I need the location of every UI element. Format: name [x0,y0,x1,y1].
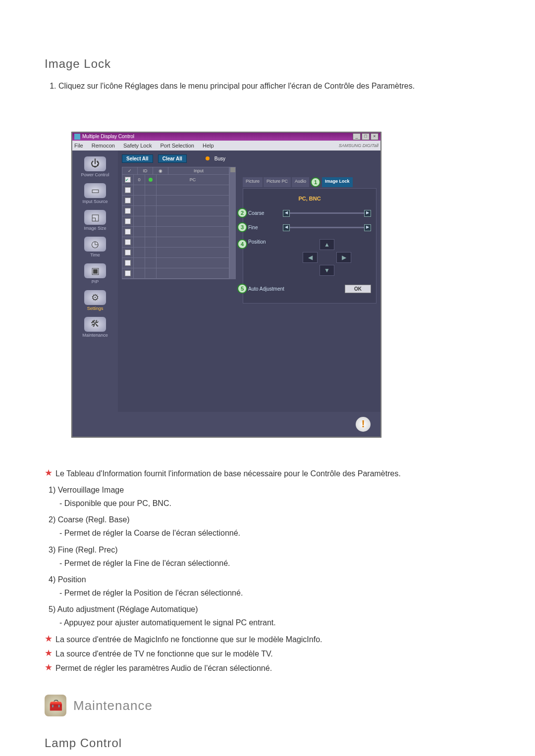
coarse-label: Coarse [248,210,283,216]
menu-remocon[interactable]: Remocon [92,143,115,149]
note-audio: Permet de régler les paramètres Audio de… [55,661,272,675]
minimize-button[interactable]: _ [353,133,361,140]
select-all-button[interactable]: Select All [122,154,153,163]
menu-file[interactable]: File [74,143,83,149]
coarse-slider[interactable]: ◀ ▶ [283,212,371,214]
app-screenshot: Multiple Display Control _ □ × File Remo… [72,132,490,437]
scrollbar[interactable] [230,167,236,279]
maximize-button[interactable]: □ [362,133,370,140]
star-icon: ★ [45,633,53,645]
sidebar-item-maintenance[interactable]: 🛠 Maintenance [72,315,118,342]
table-row[interactable] [122,268,229,279]
col-checkbox[interactable]: ✓ [122,167,138,174]
position-pad: ▲ ◀ ▶ ▼ [283,239,371,276]
table-row[interactable]: 0 PC [122,175,229,185]
sidebar-item-input-source[interactable]: ▭ Input Source [72,181,118,208]
table-row[interactable] [122,216,229,227]
position-right-button[interactable]: ▶ [336,252,351,263]
table-row[interactable] [122,258,229,268]
menu-help[interactable]: Help [203,143,214,149]
table-row[interactable] [122,248,229,258]
scroll-up-icon[interactable] [230,167,235,172]
menubar: File Remocon Safety Lock Port Selection … [72,141,380,151]
ok-button[interactable]: OK [345,285,371,293]
position-down-button[interactable]: ▼ [320,265,334,276]
callout-badge-1: 1 [311,177,321,187]
window-title: Multiple Display Control [82,134,134,139]
clear-all-button[interactable]: Clear All [158,154,187,163]
brand-label: SAMSUNG DIGITall [339,143,378,148]
sidebar-item-label: Image Size [72,226,118,231]
heading-lamp-control: Lamp Control [45,736,490,750]
table-row[interactable] [122,237,229,248]
window-titlebar: Multiple Display Control _ □ × [72,133,380,141]
sidebar-item-label: Input Source [72,199,118,204]
image-lock-panel: PC, BNC 2 Coarse ◀ ▶ 3 [243,188,376,303]
tab-image-lock[interactable]: Image Lock [322,177,353,187]
slider-left-icon[interactable]: ◀ [283,224,290,231]
row-checkbox[interactable] [125,260,131,266]
table-row[interactable] [122,227,229,237]
intro-step-1: Cliquez sur l'icône Réglages dans le men… [58,80,490,93]
power-icon: ⏻ [84,156,106,171]
menu-safety-lock[interactable]: Safety Lock [123,143,152,149]
row-id: 0 [134,175,145,185]
close-button[interactable]: × [371,133,378,140]
note-tv: La source d'entrée de TV ne fonctionne q… [55,647,273,660]
fine-slider[interactable]: ◀ ▶ [283,227,371,228]
row-checkbox[interactable] [125,229,131,235]
note-1-sub: - Disponible que pour PC, BNC. [59,497,490,510]
note-info-table: Le Tableau d'Information fournit l'infor… [55,467,401,480]
image-size-icon: ◱ [84,210,106,225]
note-1-title: 1) Verrouillage Image [49,483,490,497]
tab-audio[interactable]: Audio [292,177,309,187]
row-checkbox[interactable] [125,198,131,203]
maintenance-section-icon: 🧰 [45,695,66,716]
note-2-title: 2) Coarse (Regl. Base) [49,513,490,526]
heading-maintenance: Maintenance [73,698,153,713]
status-bar: ! [72,412,380,437]
sidebar-item-settings[interactable]: ⚙ Settings [72,288,118,315]
tab-picture[interactable]: Picture [243,177,263,187]
row-checkbox[interactable] [125,270,131,276]
note-3-sub: - Permet de régler la Fine de l'écran sé… [59,556,490,570]
panel-title: PC, BNC [248,196,371,202]
table-row[interactable] [122,206,229,216]
row-checkbox[interactable] [125,218,131,224]
slider-right-icon[interactable]: ▶ [364,224,371,231]
position-left-button[interactable]: ◀ [303,252,318,263]
menu-port-selection[interactable]: Port Selection [160,143,194,149]
sidebar: ⏻ Power Control ▭ Input Source ◱ Image S… [72,151,118,412]
note-2-sub: - Permet de régler la Coarse de l'écran … [59,526,490,540]
star-icon: ★ [45,467,53,479]
row-checkbox[interactable] [125,208,131,214]
callout-badge-5: 5 [237,284,247,294]
star-icon: ★ [45,647,53,659]
table-row[interactable] [122,185,229,196]
sidebar-item-label: Maintenance [72,333,118,338]
input-source-icon: ▭ [84,183,106,198]
gear-icon: ⚙ [84,290,106,305]
sidebar-item-label: Settings [72,306,118,311]
row-checkbox[interactable] [125,177,131,183]
position-up-button[interactable]: ▲ [320,239,334,250]
row-checkbox[interactable] [125,239,131,245]
row-checkbox[interactable] [125,187,131,193]
slider-left-icon[interactable]: ◀ [283,210,290,217]
note-magicinfo: La source d'entrée de MagicInfo ne fonct… [55,633,322,646]
sidebar-item-label: Time [72,252,118,257]
tab-picture-pc[interactable]: Picture PC [264,177,291,187]
sidebar-item-power-control[interactable]: ⏻ Power Control [72,154,118,181]
sidebar-item-pip[interactable]: ▣ PIP [72,261,118,288]
row-checkbox[interactable] [125,250,131,255]
slider-right-icon[interactable]: ▶ [364,210,371,217]
sidebar-item-image-size[interactable]: ◱ Image Size [72,208,118,235]
table-row[interactable] [122,196,229,206]
note-3-title: 3) Fine (Regl. Prec) [49,543,490,556]
callout-badge-2: 2 [237,208,247,218]
row-input: PC [157,175,229,185]
sidebar-item-time[interactable]: ◷ Time [72,235,118,261]
note-4-title: 4) Position [49,573,490,586]
busy-indicator-icon [206,156,210,160]
note-5-sub: - Appuyez pour ajuster automatiquement l… [59,616,490,629]
